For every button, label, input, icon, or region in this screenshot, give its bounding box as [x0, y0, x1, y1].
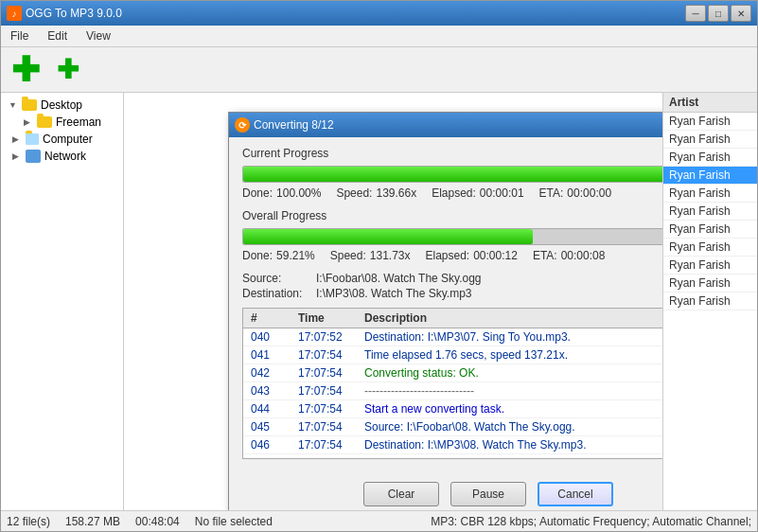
artist-item[interactable]: Ryan Farish — [663, 275, 757, 293]
log-num: 042 — [247, 365, 294, 381]
sidebar-desktop-label: Desktop — [41, 98, 82, 112]
log-num: 040 — [247, 329, 294, 345]
main-title-bar: ♪ OGG To MP3 9.0.0 ─ □ ✕ — [1, 1, 757, 26]
dest-value: I:\MP3\08. Watch The Sky.mp3 — [316, 287, 472, 300]
log-row: 04117:07:54Time elapsed 1.76 secs, speed… — [243, 346, 662, 364]
overall-eta-value: 00:00:08 — [561, 249, 606, 262]
log-time: 17:07:54 — [294, 365, 361, 381]
current-progress-label: Current Progress — [242, 147, 662, 160]
clear-button[interactable]: Clear — [363, 482, 439, 506]
log-row: 04617:07:54Destination: I:\MP3\08. Watch… — [243, 436, 662, 454]
main-area: ⟳ Converting 8/12 ─ □ ✕ Current Progress — [124, 93, 662, 510]
log-desc: Start a new converting task. — [361, 401, 662, 417]
overall-elapsed-value: 00:00:12 — [473, 249, 518, 262]
menu-bar: File Edit View — [1, 26, 757, 47]
current-progress-bar-bg — [242, 166, 662, 183]
current-elapsed-value: 00:00:01 — [480, 186, 524, 200]
sidebar-item-network[interactable]: ▶ Network — [5, 148, 119, 165]
log-time: 17:07:54 — [294, 347, 361, 363]
cancel-button[interactable]: Cancel — [538, 482, 613, 506]
current-progress-container: Done:100.00% Speed:139.66x Elapsed:00:00… — [242, 166, 662, 200]
log-table: # Time Description 04017:07:52Destinatio… — [242, 308, 662, 459]
log-row: 04517:07:54Source: I:\Foobar\08. Watch T… — [243, 418, 662, 436]
log-row: 04317:07:54----------------------------- — [243, 382, 662, 400]
source-value: I:\Foobar\08. Watch The Sky.ogg — [316, 272, 482, 285]
status-no-file: No file selected — [195, 515, 415, 528]
title-bar-buttons: ─ □ ✕ — [685, 5, 751, 22]
col-time: Time — [294, 310, 361, 326]
overall-elapsed-label: Elapsed: — [425, 249, 469, 262]
log-table-body[interactable]: 04017:07:52Destination: I:\MP3\07. Sing … — [243, 328, 662, 458]
log-num: 043 — [247, 383, 294, 399]
overall-speed-value: 131.73x — [370, 249, 411, 262]
expand-icon-3: ▶ — [12, 134, 22, 144]
close-button[interactable]: ✕ — [731, 5, 751, 22]
artist-item[interactable]: Ryan Farish — [663, 149, 757, 167]
current-progress-bar-fill — [243, 167, 662, 182]
overall-done-label: Done: — [242, 249, 273, 262]
dialog-title-bar: ⟳ Converting 8/12 ─ □ ✕ — [229, 113, 662, 137]
dest-label: Destination: — [242, 287, 308, 300]
artist-item[interactable]: Ryan Farish — [663, 167, 757, 185]
status-mp3-info: MP3: CBR 128 kbps; Automatic Frequency; … — [431, 515, 751, 528]
add-files-button[interactable]: ✚ — [7, 51, 44, 89]
log-time: 17:07:54 — [294, 383, 361, 399]
source-dest-info: Source: I:\Foobar\08. Watch The Sky.ogg … — [242, 272, 662, 300]
sidebar-network-label: Network — [44, 150, 86, 163]
desktop-folder-icon — [22, 99, 37, 111]
sidebar-item-computer[interactable]: ▶ Computer — [5, 131, 119, 148]
log-time: 17:07:54 — [294, 419, 361, 434]
speed-label: Speed: — [336, 186, 372, 200]
artist-item[interactable]: Ryan Farish — [663, 239, 757, 257]
overall-progress-stats: Done:59.21% Speed:131.73x Elapsed:00:00:… — [242, 249, 662, 262]
sidebar-computer-label: Computer — [43, 133, 93, 146]
add-folder-button[interactable]: ✚ — [48, 51, 86, 89]
artist-item[interactable]: Ryan Farish — [663, 257, 757, 275]
sidebar: ▼ Desktop ▶ Freeman ▶ Computer ▶ Network — [1, 93, 124, 510]
log-desc: Destination: I:\MP3\07. Sing To You.mp3. — [361, 329, 662, 345]
log-time: 17:07:54 — [294, 401, 361, 417]
dialog-icon: ⟳ — [235, 117, 250, 133]
artist-item[interactable]: Ryan Farish — [663, 221, 757, 239]
overall-speed-label: Speed: — [330, 249, 366, 262]
log-desc: Source: I:\Foobar\08. Watch The Sky.ogg. — [361, 419, 662, 434]
status-file-count: 12 file(s) — [7, 515, 50, 528]
artist-item[interactable]: Ryan Farish — [663, 131, 757, 149]
maximize-button[interactable]: □ — [708, 5, 729, 22]
log-num: 041 — [247, 347, 294, 363]
artist-list: Ryan FarishRyan FarishRyan FarishRyan Fa… — [663, 113, 757, 310]
freeman-folder-icon — [37, 116, 52, 128]
expand-icon-4: ▶ — [12, 151, 22, 161]
dialog-body: Current Progress Done:100.00% Speed:139.… — [229, 137, 662, 476]
dialog-title: Converting 8/12 — [254, 118, 334, 132]
artist-item[interactable]: Ryan Farish — [663, 293, 757, 310]
menu-edit[interactable]: Edit — [42, 27, 73, 44]
status-bar: 12 file(s) 158.27 MB 00:48:04 No file se… — [1, 510, 757, 531]
network-icon — [26, 150, 41, 163]
overall-progress-label: Overall Progress — [242, 209, 662, 222]
add-cross-icon: ✚ — [11, 53, 40, 87]
log-desc: ----------------------------- — [361, 383, 662, 399]
log-time: 17:07:52 — [294, 329, 361, 345]
sidebar-item-freeman[interactable]: ▶ Freeman — [5, 114, 119, 131]
log-time: 17:07:54 — [294, 437, 361, 452]
pause-button[interactable]: Pause — [450, 482, 526, 506]
elapsed-label: Elapsed: — [432, 186, 476, 200]
sidebar-item-desktop[interactable]: ▼ Desktop — [5, 97, 119, 114]
artist-item[interactable]: Ryan Farish — [663, 203, 757, 221]
overall-progress-bar-fill — [243, 229, 533, 244]
sidebar-freeman-label: Freeman — [56, 115, 101, 129]
minimize-button[interactable]: ─ — [685, 5, 706, 22]
overall-progress-bar-bg — [242, 228, 662, 245]
expand-icon: ▼ — [9, 100, 18, 110]
toolbar: ✚ ✚ — [1, 47, 757, 93]
current-progress-stats: Done:100.00% Speed:139.66x Elapsed:00:00… — [242, 186, 662, 200]
artist-item[interactable]: Ryan Farish — [663, 113, 757, 131]
app-icon: ♪ — [7, 6, 22, 21]
menu-file[interactable]: File — [5, 27, 34, 44]
menu-view[interactable]: View — [80, 27, 116, 44]
dialog-footer: Clear Pause Cancel — [229, 476, 662, 510]
artist-item[interactable]: Ryan Farish — [663, 185, 757, 203]
log-desc: Time elapsed 1.76 secs, speed 137.21x. — [361, 347, 662, 363]
log-row: 04217:07:54Converting status: OK. — [243, 364, 662, 382]
